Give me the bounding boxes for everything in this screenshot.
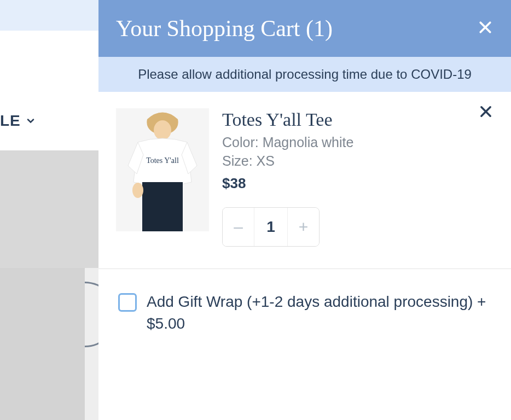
cart-item-info: Totes Y'all Tee Color: Magnolia white Si… bbox=[222, 108, 493, 247]
gift-wrap-row: Add Gift Wrap (+1-2 days additional proc… bbox=[98, 269, 511, 357]
svg-point-5 bbox=[132, 183, 143, 198]
svg-point-2 bbox=[154, 120, 171, 140]
background-image-fragment bbox=[0, 150, 98, 268]
close-icon bbox=[477, 19, 493, 36]
chevron-down-icon bbox=[25, 115, 36, 126]
qty-decrement-button[interactable]: – bbox=[223, 208, 254, 246]
background-banner-fragment bbox=[0, 0, 98, 31]
nav-fragment[interactable]: LE bbox=[0, 112, 36, 130]
product-thumbnail-image: Totes Y'all bbox=[116, 108, 209, 231]
qty-value: 1 bbox=[254, 208, 287, 246]
background-image-fragment-2 bbox=[0, 268, 85, 420]
close-icon bbox=[478, 104, 493, 119]
cart-header: Your Shopping Cart (1) bbox=[98, 0, 511, 57]
svg-text:Totes Y'all: Totes Y'all bbox=[146, 156, 179, 165]
close-cart-button[interactable] bbox=[477, 19, 493, 38]
qty-increment-button[interactable]: + bbox=[287, 208, 319, 246]
cart-drawer: Your Shopping Cart (1) Please allow addi… bbox=[98, 0, 511, 420]
gift-wrap-label[interactable]: Add Gift Wrap (+1-2 days additional proc… bbox=[147, 291, 491, 335]
covid-notice: Please allow additional processing time … bbox=[98, 57, 511, 92]
product-name[interactable]: Totes Y'all Tee bbox=[222, 109, 493, 130]
product-thumbnail[interactable]: Totes Y'all bbox=[116, 108, 209, 231]
product-price: $38 bbox=[222, 175, 493, 192]
nav-fragment-text: LE bbox=[0, 112, 21, 130]
gift-wrap-checkbox[interactable] bbox=[118, 293, 137, 312]
remove-item-button[interactable] bbox=[478, 104, 493, 121]
cart-title: Your Shopping Cart (1) bbox=[116, 15, 333, 42]
svg-rect-4 bbox=[142, 182, 183, 231]
cart-item: Totes Y'all Totes Y'all Tee Color: Magno… bbox=[98, 92, 511, 269]
product-color: Color: Magnolia white bbox=[222, 133, 493, 152]
quantity-stepper: – 1 + bbox=[222, 207, 320, 247]
product-size: Size: XS bbox=[222, 152, 493, 171]
